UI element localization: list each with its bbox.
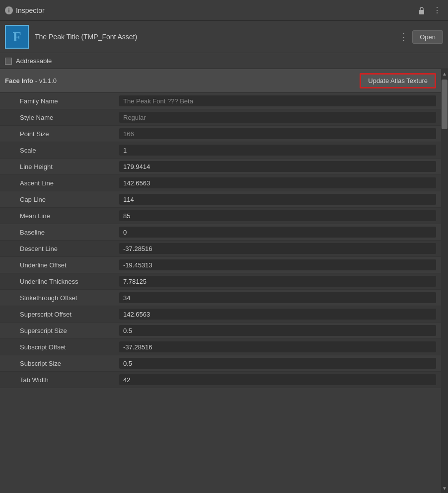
prop-label: Scale: [20, 147, 119, 154]
prop-label: Underline Thickness: [20, 278, 119, 285]
prop-value[interactable]: 0.5: [119, 358, 436, 369]
prop-value: The Peak Font ??? Beta: [119, 95, 436, 106]
prop-label: Line Height: [20, 163, 119, 170]
prop-label: Underline Offset: [20, 261, 119, 269]
inspector-header: i Inspector ⋮: [0, 0, 448, 21]
scrollbar[interactable]: ▲ ▼: [441, 69, 448, 493]
prop-value[interactable]: 0: [119, 227, 436, 238]
inspector-window: i Inspector ⋮ F The Peak Title (TMP_Font…: [0, 0, 448, 493]
prop-value[interactable]: 34: [119, 292, 436, 303]
prop-label: Strikethrough Offset: [20, 294, 119, 302]
properties-container: Family NameThe Peak Font ??? BetaStyle N…: [0, 93, 441, 388]
table-row: Subscript Size0.5: [0, 355, 441, 372]
svg-rect-0: [419, 10, 424, 14]
header-icons: ⋮: [416, 4, 443, 16]
prop-value[interactable]: 142.6563: [119, 309, 436, 320]
prop-value: 166: [119, 128, 436, 139]
prop-label: Descent Line: [20, 245, 119, 252]
asset-row: F The Peak Title (TMP_Font Asset) ⋮ Open: [0, 21, 448, 53]
lock-button[interactable]: [416, 5, 427, 15]
prop-value[interactable]: 1: [119, 145, 436, 156]
inspector-title: Inspector: [16, 6, 416, 14]
main-content: Face Info - v1.1.0 Update Atlas Texture …: [0, 69, 448, 493]
prop-label: Tab Width: [20, 376, 119, 384]
content-area: Face Info - v1.1.0 Update Atlas Texture …: [0, 69, 441, 493]
scroll-down-arrow[interactable]: ▼: [441, 485, 448, 492]
prop-label: Subscript Size: [20, 360, 119, 367]
prop-value: Regular: [119, 112, 436, 123]
update-atlas-button[interactable]: Update Atlas Texture: [360, 73, 436, 88]
asset-name: The Peak Title (TMP_Font Asset): [35, 33, 397, 41]
scroll-handle[interactable]: [442, 80, 448, 129]
prop-value[interactable]: 142.6563: [119, 177, 436, 188]
table-row: Descent Line-37.28516: [0, 241, 441, 257]
addressable-checkbox[interactable]: [5, 58, 12, 65]
prop-label: Baseline: [20, 229, 119, 236]
table-row: Underline Offset-19.45313: [0, 257, 441, 273]
table-row: Mean Line85: [0, 208, 441, 224]
prop-value[interactable]: 85: [119, 210, 436, 221]
prop-value[interactable]: 179.9414: [119, 161, 436, 172]
table-row: Scale1: [0, 142, 441, 159]
table-row: Strikethrough Offset34: [0, 290, 441, 306]
table-row: Underline Thickness7.78125: [0, 273, 441, 290]
table-row: Cap Line114: [0, 191, 441, 208]
prop-label: Cap Line: [20, 196, 119, 203]
prop-label: Point Size: [20, 130, 119, 138]
prop-label: Ascent Line: [20, 179, 119, 187]
scroll-up-arrow[interactable]: ▲: [441, 70, 448, 78]
prop-value[interactable]: -37.28516: [119, 341, 436, 352]
table-row: Point Size166: [0, 126, 441, 142]
addressable-label: Addressable: [16, 57, 52, 65]
section-title: Face Info - v1.1.0: [5, 77, 355, 84]
prop-value[interactable]: -37.28516: [119, 243, 436, 254]
more-options-button[interactable]: ⋮: [431, 4, 443, 16]
prop-label: Style Name: [20, 114, 119, 121]
scroll-track[interactable]: [441, 78, 448, 485]
table-row: Subscript Offset-37.28516: [0, 339, 441, 355]
asset-icon: F: [5, 25, 29, 49]
info-icon: i: [5, 6, 13, 14]
prop-value[interactable]: 7.78125: [119, 276, 436, 287]
table-row: Baseline0: [0, 224, 441, 241]
prop-label: Subscript Offset: [20, 343, 119, 351]
open-button[interactable]: Open: [412, 30, 443, 44]
prop-value[interactable]: 0.5: [119, 325, 436, 336]
table-row: Line Height179.9414: [0, 159, 441, 175]
table-row: Superscript Size0.5: [0, 323, 441, 339]
face-info-header: Face Info - v1.1.0 Update Atlas Texture: [0, 69, 441, 93]
prop-value[interactable]: 42: [119, 374, 436, 385]
prop-value[interactable]: -19.45313: [119, 259, 436, 270]
table-row: Style NameRegular: [0, 109, 441, 126]
table-row: Superscript Offset142.6563: [0, 306, 441, 323]
asset-menu-button[interactable]: ⋮: [397, 29, 410, 44]
table-row: Ascent Line142.6563: [0, 175, 441, 191]
prop-label: Superscript Size: [20, 327, 119, 334]
section-version: - v1.1.0: [35, 77, 57, 84]
table-row: Family NameThe Peak Font ??? Beta: [0, 93, 441, 109]
table-row: Tab Width42: [0, 372, 441, 388]
prop-label: Superscript Offset: [20, 311, 119, 318]
addressable-row: Addressable: [0, 53, 448, 69]
prop-label: Mean Line: [20, 212, 119, 220]
prop-value[interactable]: 114: [119, 194, 436, 205]
prop-label: Family Name: [20, 97, 119, 105]
